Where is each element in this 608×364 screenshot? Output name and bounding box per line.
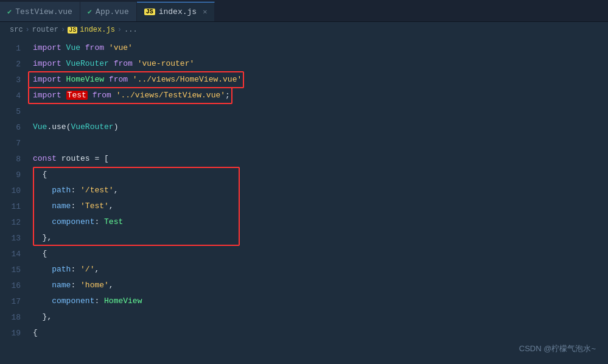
line-code-4: import Test from '../views/TestView.vue'…	[30, 88, 230, 103]
line-num-19: 19	[0, 329, 30, 338]
line-code-15: path: '/',	[30, 262, 99, 278]
line-code-5	[30, 103, 38, 119]
code-line-15: 15 path: '/',	[0, 262, 608, 278]
js-icon: JS	[144, 9, 155, 15]
line-code-2: import VueRouter from 'vue-router'	[30, 56, 194, 72]
line-code-13: },	[30, 230, 52, 246]
code-line-8: 8 const routes = [	[0, 151, 608, 167]
breadcrumb: src › router › JS index.js › ...	[0, 22, 608, 38]
line-code-6: Vue.use(VueRouter)	[30, 119, 118, 135]
line-num-11: 11	[0, 202, 30, 211]
line-num-2: 2	[0, 60, 30, 69]
line-code-17: component: HomeView	[30, 293, 142, 309]
line-num-12: 12	[0, 218, 30, 227]
code-line-18: 18 },	[0, 309, 608, 325]
vue-icon: ✔	[7, 7, 12, 16]
watermark: CSDN @柠檬气泡水~	[519, 343, 596, 354]
line-code-11: name: 'Test',	[30, 198, 114, 214]
code-line-4: 4 import Test from '../views/TestView.vu…	[0, 88, 608, 103]
code-line-11: 11 name: 'Test',	[0, 198, 608, 214]
line-code-3: import HomeView from '../views/HomeView.…	[30, 72, 242, 88]
line-code-18: },	[30, 309, 52, 325]
breadcrumb-sep1: ›	[26, 26, 30, 34]
tab-label-2: App.vue	[96, 7, 129, 16]
code-line-2: 2 import VueRouter from 'vue-router'	[0, 56, 608, 72]
test-highlight: Test	[66, 91, 88, 100]
code-line-10: 10 path: '/test',	[0, 183, 608, 198]
breadcrumb-ellipsis: ...	[124, 26, 138, 34]
code-line-17: 17 component: HomeView	[0, 293, 608, 309]
line-num-6: 6	[0, 123, 30, 132]
code-line-19: 19 {	[0, 325, 608, 341]
line-num-8: 8	[0, 155, 30, 164]
line-code-7	[30, 135, 38, 151]
line-code-9: {	[30, 167, 47, 183]
tab-label-3: index.js	[159, 7, 197, 16]
tab-indexjs[interactable]: JS index.js ✕	[137, 2, 215, 21]
line-num-15: 15	[0, 265, 30, 275]
route-block-1: 9 { 10 path: '/test', 11 name: 'Test', 1…	[0, 167, 608, 246]
tab-bar: ✔ TestView.vue ✔ App.vue JS index.js ✕	[0, 0, 608, 22]
line-num-17: 17	[0, 297, 30, 306]
breadcrumb-indexjs: index.js	[80, 26, 115, 34]
line-code-19: {	[30, 325, 38, 341]
code-line-1: 1 import Vue from 'vue'	[0, 40, 608, 56]
line-code-1: import Vue from 'vue'	[30, 40, 133, 56]
breadcrumb-src: src	[10, 26, 23, 34]
code-line-7: 7	[0, 135, 608, 151]
breadcrumb-js-icon: JS	[68, 27, 77, 33]
line-num-7: 7	[0, 139, 30, 148]
breadcrumb-router: router	[32, 26, 58, 34]
line-code-12: component: Test	[30, 214, 123, 230]
code-line-9: 9 {	[0, 167, 608, 183]
breadcrumb-sep3: ›	[117, 26, 122, 34]
line-code-10: path: '/test',	[30, 183, 118, 198]
line-num-16: 16	[0, 281, 30, 290]
code-line-3: 3 import HomeView from '../views/HomeVie…	[0, 72, 608, 88]
code-line-14: 14 {	[0, 246, 608, 262]
tab-testview[interactable]: ✔ TestView.vue	[0, 2, 80, 21]
code-line-16: 16 name: 'home',	[0, 278, 608, 293]
close-icon[interactable]: ✕	[203, 7, 207, 16]
line-num-18: 18	[0, 313, 30, 322]
tab-appvue[interactable]: ✔ App.vue	[80, 2, 137, 21]
line-num-10: 10	[0, 186, 30, 195]
line-num-13: 13	[0, 234, 30, 243]
code-line-5: 5	[0, 103, 608, 119]
code-line-6: 6 Vue.use(VueRouter)	[0, 119, 608, 135]
line-num-9: 9	[0, 170, 30, 180]
code-line-13: 13 },	[0, 230, 608, 246]
vue-icon-2: ✔	[88, 7, 92, 16]
line-num-4: 4	[0, 91, 30, 100]
tab-label: TestView.vue	[15, 7, 72, 16]
line-code-14: {	[30, 246, 47, 262]
line-num-1: 1	[0, 44, 30, 53]
code-line-12: 12 component: Test	[0, 214, 608, 230]
app-container: ✔ TestView.vue ✔ App.vue JS index.js ✕ s…	[0, 0, 608, 364]
line-code-16: name: 'home',	[30, 278, 114, 293]
line-num-5: 5	[0, 107, 30, 116]
line-code-8: const routes = [	[30, 151, 109, 167]
breadcrumb-sep2: ›	[61, 26, 65, 34]
code-editor: 1 import Vue from 'vue' 2 import VueRout…	[0, 38, 608, 364]
line-num-3: 3	[0, 75, 30, 85]
line-num-14: 14	[0, 250, 30, 259]
